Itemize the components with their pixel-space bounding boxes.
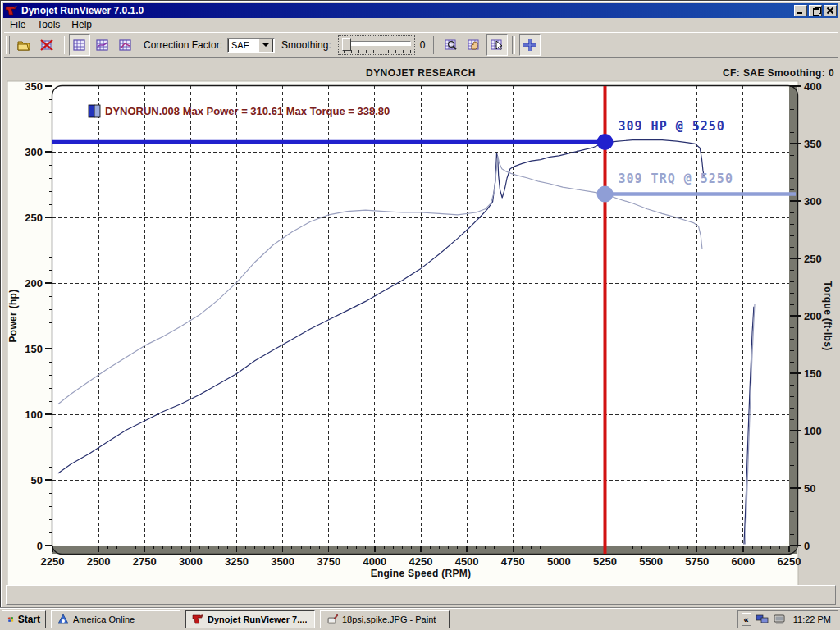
menubar: File Tools Help [4,18,838,31]
paint-icon [326,614,339,625]
menu-tools[interactable]: Tools [31,18,66,31]
clock: 11:22 PM [793,614,831,624]
aol-icon [57,614,70,625]
task-label: Dynojet RunViewer 7.... [208,614,307,624]
status-strip [6,585,836,605]
graph-view-2-icon[interactable] [92,34,113,56]
correction-factor-label: Correction Factor: [144,39,222,51]
right-axis-strip [789,86,797,554]
open-run-icon[interactable] [13,34,34,56]
y-right-tick-label: 300 [804,195,822,208]
delete-run-icon[interactable] [36,34,57,56]
task-paint[interactable]: 18psi,spike.JPG - Paint [320,610,450,628]
minimize-button[interactable] [794,5,807,16]
x-tick-label: 6250 [778,555,801,568]
x-tick-label: 3750 [317,555,340,568]
titlebar[interactable]: Dynojet RunViewer 7.0.1.0 [3,3,838,18]
zoom-chart-icon[interactable] [441,34,462,56]
dynojet-app-icon [5,5,18,16]
tray-chevron-button[interactable]: « [742,613,751,626]
y-right-tick-label: 350 [804,138,822,150]
y-left-tick-label: 0 [37,540,43,552]
desktop: Dynojet RunViewer 7.0.1.0 File Tools Hel… [0,0,840,630]
x-tick-label: 2250 [41,555,65,568]
taskbar: Start America Online Dynojet RunViewer 7… [0,608,840,630]
legend-text: DYNORUN.008 Max Power = 310.61 Max Torqu… [105,105,390,117]
chart-corner-status: CF: SAE Smoothing: 0 [723,67,834,79]
graph-view-3-icon[interactable] [115,34,136,56]
smoothing-label: Smoothing: [281,39,331,51]
toolbar-separator [512,36,515,54]
start-label: Start [18,614,40,625]
task-dynojet-runviewer[interactable]: Dynojet RunViewer 7.... [185,610,315,628]
legend-swatch [94,105,100,117]
chart-client-area: DYNOJET RESEARCHCF: SAE Smoothing: 02250… [4,57,838,606]
y-left-tick-label: 150 [25,343,43,355]
crosshair-tracker-icon[interactable] [519,34,541,56]
toolbar-separator [433,36,436,54]
trq-marker-dot[interactable] [597,186,614,203]
y-left-tick-label: 100 [25,409,43,421]
toolbar-separator [62,36,65,54]
x-tick-label: 3500 [271,555,294,568]
y-left-tick-label: 250 [25,212,43,224]
x-tick-label: 2500 [87,555,111,568]
task-america-online[interactable]: America Online [51,610,180,628]
chart-title: DYNOJET RESEARCH [366,67,476,79]
y-right-axis-title: Torque (ft-lbs) [822,281,833,351]
task-label: America Online [73,614,135,624]
task-label: 18psi,spike.JPG - Paint [342,614,436,624]
y-right-tick-label: 0 [804,540,810,552]
x-tick-label: 3000 [179,555,203,568]
y-left-axis-title: Power (hp) [7,290,19,343]
x-tick-label: 2750 [133,555,157,568]
app-window: Dynojet RunViewer 7.0.1.0 File Tools Hel… [0,0,840,609]
menu-file[interactable]: File [4,18,31,31]
x-tick-label: 5250 [593,555,617,568]
y-right-tick-label: 150 [804,368,822,380]
close-button[interactable] [824,5,837,16]
correction-factor-select[interactable]: SAE [227,38,275,53]
slider-track [342,41,411,46]
network-icon[interactable] [756,614,769,625]
display-icon[interactable] [773,614,786,625]
hp-cursor-readout: 309 HP @ 5250 [619,119,725,134]
system-tray: « 11:22 PM [737,610,838,628]
x-tick-label: 4500 [455,555,479,568]
dynojet-task-icon [191,614,204,625]
select-chart-icon[interactable] [486,34,508,56]
y-left-tick-label: 200 [25,277,43,290]
smoothing-value: 0 [420,39,426,51]
smoothing-slider[interactable] [338,35,415,55]
y-right-tick-label: 250 [804,253,822,265]
dyno-chart: DYNOJET RESEARCHCF: SAE Smoothing: 02250… [1,59,840,589]
graph-view-1-icon[interactable] [69,34,90,56]
dropdown-arrow-icon[interactable] [258,39,273,52]
y-right-tick-label: 400 [804,80,822,93]
restore-button[interactable] [809,5,822,16]
y-left-tick-label: 350 [25,80,43,93]
hp-marker-dot[interactable] [597,134,614,150]
x-tick-label: 6000 [731,555,755,568]
slider-thumb[interactable] [342,38,351,51]
windows-logo-icon [7,614,15,625]
x-tick-label: 4000 [363,555,386,568]
start-button[interactable]: Start [2,610,46,628]
slider-ticks [344,50,411,53]
window-controls [794,5,837,16]
y-right-tick-label: 100 [804,425,822,437]
x-tick-label: 5500 [639,555,663,568]
menu-help[interactable]: Help [66,18,98,31]
legend-swatch [89,105,94,117]
y-left-tick-label: 50 [31,474,43,486]
toolbar: Correction Factor: SAE Smoothing: 0 [4,32,838,58]
x-tick-label: 4750 [501,555,525,568]
pan-chart-icon[interactable] [463,34,485,56]
trq-cursor-readout: 309 TRQ @ 5250 [619,171,733,186]
y-right-tick-label: 200 [804,310,822,322]
x-tick-label: 3250 [225,555,249,568]
x-axis-title: Engine Speed (RPM) [371,568,472,579]
y-left-tick-label: 300 [25,146,43,158]
y-right-tick-label: 50 [804,482,815,495]
toolbar-grip[interactable] [6,36,10,54]
